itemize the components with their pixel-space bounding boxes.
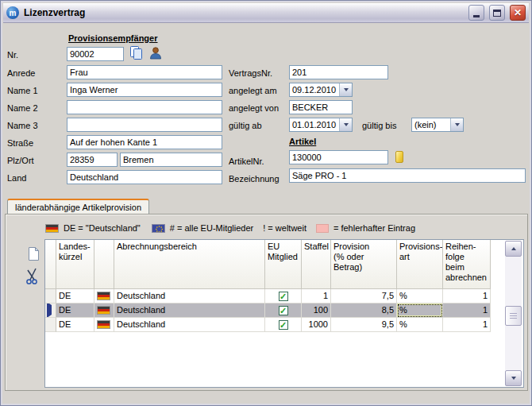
header-landeskuerzel[interactable]: Landes- kürzel (56, 240, 94, 289)
angelegt-von-field[interactable]: BECKER (289, 100, 353, 114)
name3-label: Name 3 (7, 121, 38, 130)
angelegt-am-value: 09.12.2010 (290, 83, 339, 96)
cell-flag[interactable] (94, 289, 114, 304)
artikelnr-label: ArtikelNr. (229, 157, 264, 166)
cell-staffel[interactable]: 100 (302, 304, 331, 318)
scrollbar-up-button[interactable] (505, 241, 522, 257)
new-row-icon[interactable] (27, 246, 41, 262)
row-indicator (45, 318, 56, 332)
title-bar[interactable]: m Lizenzvertrag ✕ (3, 3, 529, 23)
header-provisionsart[interactable]: Provisions- art (397, 240, 443, 289)
legend-weltweit-text: ! = weltweit (263, 223, 306, 233)
gueltig-bis-select[interactable]: (kein) (411, 118, 464, 132)
artikel-heading: Artikel (289, 137, 316, 146)
name2-field[interactable] (67, 100, 222, 114)
name1-field[interactable]: Inga Werner (67, 83, 222, 97)
checked-checkbox-icon[interactable]: ✓ (279, 306, 288, 315)
cell-flag[interactable] (94, 318, 114, 332)
cell-flag[interactable] (94, 304, 114, 318)
close-icon: ✕ (514, 6, 522, 20)
copy-icon[interactable] (129, 45, 145, 61)
lizenzvertrag-window: m Lizenzvertrag ✕ Provisionsempfänger Nr… (0, 0, 532, 406)
cell-landeskuerzel[interactable]: DE (56, 318, 94, 332)
cell-landeskuerzel[interactable]: DE (56, 289, 94, 304)
arrow-up-icon (511, 247, 516, 250)
cell-abrechnungsbereich[interactable]: Deutschland (114, 304, 265, 318)
name2-label: Name 2 (7, 103, 38, 113)
vertical-scrollbar[interactable] (505, 241, 522, 386)
cell-staffel[interactable]: 1 (302, 289, 331, 304)
legend: DE = "Deutschland" # = alle EU-Mitgliede… (45, 223, 415, 233)
cell-reihenfolge[interactable]: 1 (443, 304, 491, 318)
bezeichnung-field[interactable]: Säge PRO - 1 (289, 168, 526, 183)
thumb-grip-icon (510, 313, 517, 319)
table-row[interactable]: DE Deutschland ✓ 1 7,5 % 1 (45, 289, 491, 304)
row-indicator (45, 304, 56, 318)
app-icon: m (6, 6, 19, 19)
anrede-label: Anrede (7, 68, 35, 78)
angelegt-am-dropdown-button[interactable] (339, 83, 352, 96)
header-provision[interactable]: Provision (% oder Betrag) (331, 240, 397, 289)
chevron-down-icon (344, 123, 349, 126)
cell-eu-mitglied[interactable]: ✓ (265, 289, 302, 304)
person-icon[interactable] (148, 46, 163, 60)
artikel-lookup-icon[interactable] (395, 151, 403, 163)
gueltig-ab-dropdown-button[interactable] (339, 118, 352, 131)
artikelnr-field[interactable]: 130000 (289, 150, 388, 164)
cell-reihenfolge[interactable]: 1 (443, 318, 491, 332)
cell-provisionsart[interactable]: % (397, 318, 443, 332)
gueltig-ab-label: gültig ab (229, 121, 262, 130)
name3-field[interactable] (67, 118, 222, 132)
cell-provision[interactable]: 8,5 (331, 304, 397, 318)
nr-field[interactable]: 90002 (67, 47, 124, 61)
vertragsnr-field[interactable]: 201 (289, 65, 388, 79)
artikelprovision-panel: DE = "Deutschland" # = alle EU-Mitgliede… (5, 214, 528, 391)
error-color-swatch (316, 224, 329, 233)
cell-provisionsart[interactable]: % (397, 289, 443, 304)
cell-provision[interactable]: 9,5 (331, 318, 397, 332)
cell-abrechnungsbereich[interactable]: Deutschland (114, 318, 265, 332)
row-indicator (45, 289, 56, 304)
germany-flag-icon (97, 320, 110, 329)
gueltig-bis-label: gültig bis (362, 121, 396, 130)
cell-landeskuerzel[interactable]: DE (56, 304, 94, 318)
land-field[interactable]: Deutschland (67, 170, 222, 184)
table-row-selected[interactable]: DE Deutschland ✓ 100 8,5 % 1 (45, 304, 491, 318)
minimize-button[interactable] (468, 5, 484, 21)
plz-field[interactable]: 28359 (67, 153, 118, 167)
close-button[interactable]: ✕ (510, 5, 526, 21)
provision-grid: Landes- kürzel Abrechnungsbereich EU Mit… (44, 239, 524, 388)
ort-field[interactable]: Bremen (120, 153, 222, 167)
chevron-down-icon (344, 88, 349, 91)
header-abrechnungsbereich[interactable]: Abrechnungsbereich (114, 240, 265, 289)
anrede-field[interactable]: Frau (67, 65, 222, 79)
cell-abrechnungsbereich[interactable]: Deutschland (114, 289, 265, 304)
header-reihenfolge[interactable]: Reihen- folge beim abrechnen (443, 240, 491, 289)
scrollbar-down-button[interactable] (505, 370, 522, 386)
bezeichnung-label: Bezeichnung (229, 174, 279, 184)
germany-flag-icon (97, 306, 110, 315)
tab-artikelprovision[interactable]: länderabhängige Artikelprovision (7, 199, 149, 215)
checked-checkbox-icon[interactable]: ✓ (279, 292, 288, 301)
cell-reihenfolge[interactable]: 1 (443, 289, 491, 304)
angelegt-am-datepicker[interactable]: 09.12.2010 (289, 83, 353, 97)
header-flag[interactable] (94, 240, 114, 289)
cut-icon[interactable] (25, 267, 42, 286)
header-staffel[interactable]: Staffel (302, 240, 331, 289)
gueltig-bis-value: (kein) (412, 118, 450, 131)
checked-checkbox-icon[interactable]: ✓ (279, 320, 288, 330)
scrollbar-thumb[interactable] (505, 306, 522, 326)
angelegt-am-label: angelegt am (229, 86, 277, 95)
cell-staffel[interactable]: 1000 (302, 318, 331, 332)
gueltig-bis-dropdown-button[interactable] (450, 118, 463, 131)
germany-flag-icon (97, 292, 110, 300)
cell-eu-mitglied[interactable]: ✓ (265, 304, 302, 318)
cell-eu-mitglied[interactable]: ✓ (265, 318, 302, 332)
cell-provision[interactable]: 7,5 (331, 289, 397, 304)
table-row[interactable]: DE Deutschland ✓ 1000 9,5 % 1 (45, 318, 491, 332)
maximize-button[interactable] (489, 5, 505, 21)
cell-provisionsart-focused[interactable]: % (397, 304, 443, 318)
header-eu-mitglied[interactable]: EU Mitglied (265, 240, 302, 289)
gueltig-ab-datepicker[interactable]: 01.01.2010 (289, 118, 353, 132)
strasse-field[interactable]: Auf der hohen Kante 1 (67, 135, 222, 149)
